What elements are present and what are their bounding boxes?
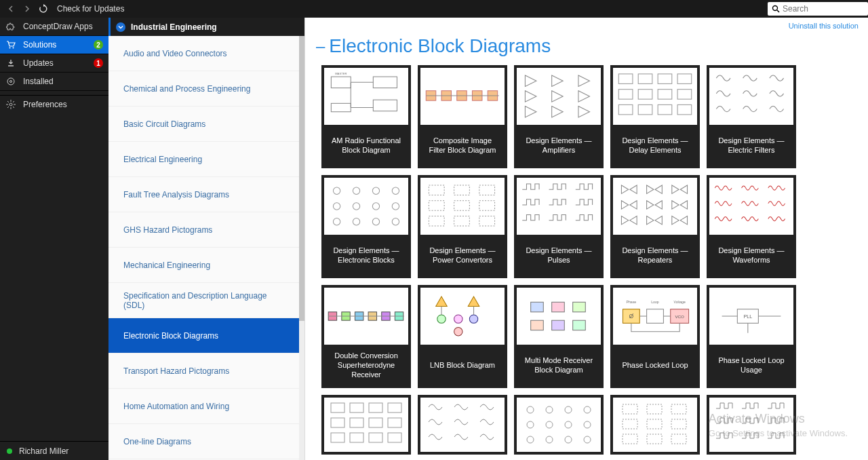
svg-point-108 <box>527 406 534 413</box>
svg-rect-99 <box>388 403 401 413</box>
gallery-card[interactable]: Design Elements — Pulses <box>514 175 604 278</box>
svg-rect-54 <box>454 185 470 195</box>
sidebar-item-apps[interactable]: ConceptDraw Apps <box>0 18 108 36</box>
gallery-card[interactable]: ØVCOPhaseLoopVoltagePhase Locked Loop <box>610 285 700 388</box>
svg-text:VCO: VCO <box>675 314 684 319</box>
category-item[interactable]: One-line Diagrams <box>108 424 304 459</box>
sidebar-item-updates[interactable]: Updates1 <box>0 54 108 73</box>
gallery-card[interactable] <box>707 395 796 455</box>
svg-rect-80 <box>573 320 586 330</box>
search-box[interactable] <box>768 2 868 16</box>
nav-forward-button[interactable] <box>22 3 33 14</box>
card-thumbnail <box>420 288 505 345</box>
svg-rect-124 <box>647 419 662 429</box>
category-item[interactable]: Transport Hazard Pictograms <box>108 353 304 389</box>
svg-rect-38 <box>638 104 652 114</box>
svg-rect-40 <box>677 104 692 114</box>
card-label: AM Radio Functional Block Diagram <box>324 125 408 166</box>
gallery-card[interactable]: Design Elements — Delay Elements <box>610 65 700 168</box>
category-item[interactable]: Basic Circuit Diagrams <box>108 107 304 142</box>
gallery-card[interactable]: Design Elements — Amplifiers <box>514 65 604 168</box>
nav-back-button[interactable] <box>5 3 16 14</box>
gallery-card[interactable]: Design Elements — Electronic Blocks <box>321 175 411 278</box>
gallery-card[interactable]: Design Elements — Power Convertors <box>418 175 507 278</box>
cart-icon <box>5 39 16 50</box>
svg-rect-126 <box>623 434 637 444</box>
svg-point-72 <box>454 328 462 336</box>
svg-point-110 <box>565 406 572 413</box>
svg-point-43 <box>372 187 379 194</box>
scrollbar[interactable] <box>299 36 304 460</box>
svg-point-119 <box>584 436 591 443</box>
sidebar-item-installed[interactable]: Installed <box>0 73 108 91</box>
category-item[interactable]: Chemical and Process Engineering <box>108 71 304 107</box>
svg-point-44 <box>392 187 399 194</box>
card-thumbnail: PLL <box>709 288 793 345</box>
gallery-card[interactable] <box>321 395 411 455</box>
svg-rect-103 <box>388 418 401 427</box>
gallery-card[interactable]: MASTERAM Radio Functional Block Diagram <box>321 65 411 168</box>
card-thumbnail <box>517 178 601 235</box>
gallery-card[interactable]: Design Elements — Electric Filters <box>707 65 796 168</box>
svg-rect-17 <box>373 100 397 111</box>
gallery-card[interactable] <box>514 395 604 455</box>
gallery-card[interactable] <box>610 395 700 455</box>
section-title[interactable]: – Electronic Block Diagrams <box>305 30 868 65</box>
gallery-card[interactable]: Multi Mode Receiver Block Diagram <box>514 285 604 388</box>
sidebar-item-label: Updates <box>23 58 87 68</box>
card-thumbnail <box>613 68 697 125</box>
card-thumbnail <box>709 178 793 235</box>
gallery-card[interactable] <box>418 395 507 455</box>
gallery-card[interactable]: Double Conversion Superheterodyne Receiv… <box>321 285 411 388</box>
svg-rect-36 <box>677 90 692 99</box>
svg-rect-32 <box>677 74 692 83</box>
svg-rect-127 <box>647 434 662 444</box>
svg-point-51 <box>372 218 379 225</box>
scrollbar-thumb[interactable] <box>299 36 304 321</box>
card-thumbnail <box>517 68 601 125</box>
svg-point-118 <box>565 436 572 443</box>
category-item[interactable]: Mechanical Engineering <box>108 248 304 283</box>
status-dot-icon <box>7 448 12 454</box>
card-label: Design Elements — Power Convertors <box>420 235 505 275</box>
category-item[interactable]: Electrical Engineering <box>108 142 304 177</box>
svg-rect-128 <box>671 434 686 444</box>
svg-point-2 <box>9 47 11 49</box>
category-item[interactable]: Home Automation and Wiring <box>108 389 304 424</box>
uninstall-link[interactable]: Uninstall this solution <box>789 22 859 30</box>
category-item[interactable]: GHS Hazard Pictograms <box>108 212 304 248</box>
category-item[interactable]: Fault Tree Analysis Diagrams <box>108 177 304 212</box>
sidebar-item-preferences[interactable]: Preferences <box>0 95 108 113</box>
svg-line-12 <box>13 107 14 108</box>
card-thumbnail: MASTER <box>324 68 408 125</box>
check-updates-link[interactable]: Check for Updates <box>54 4 124 14</box>
puzzle-icon <box>5 21 16 32</box>
disc-icon <box>5 76 16 87</box>
gallery-card[interactable]: Design Elements — Waveforms <box>707 175 796 278</box>
category-item[interactable]: Audio and Video Connectors <box>108 36 304 71</box>
card-label: Double Conversion Superheterodyne Receiv… <box>324 345 408 385</box>
svg-text:Phase: Phase <box>627 300 637 304</box>
card-label: Phase Locked Loop Usage <box>709 345 793 385</box>
refresh-button[interactable] <box>38 3 49 14</box>
card-thumbnail <box>517 398 601 452</box>
card-label: LNB Block Diagram <box>420 345 505 385</box>
svg-point-112 <box>527 421 534 428</box>
svg-rect-16 <box>373 77 397 88</box>
card-thumbnail <box>420 178 505 235</box>
category-item[interactable]: Electronic Block Diagrams <box>108 318 304 353</box>
gallery-card[interactable]: LNB Block Diagram <box>418 285 507 388</box>
topbar: Check for Updates <box>0 0 868 18</box>
category-item[interactable]: Specification and Description Language (… <box>108 283 304 318</box>
sidebar-item-solutions[interactable]: Solutions2 <box>0 36 108 54</box>
category-header[interactable]: Industrial Engineering <box>108 18 304 36</box>
gallery-card[interactable]: Composite Image Filter Block Diagram <box>418 65 507 168</box>
badge: 1 <box>94 58 103 68</box>
svg-text:Voltage: Voltage <box>674 300 686 304</box>
search-input[interactable] <box>780 4 864 14</box>
user-row[interactable]: Richard Miller <box>0 441 108 460</box>
svg-rect-33 <box>618 90 633 99</box>
gallery-card[interactable]: Design Elements — Repeaters <box>610 175 700 278</box>
svg-point-113 <box>546 421 553 428</box>
gallery-card[interactable]: PLLPhase Locked Loop Usage <box>707 285 796 388</box>
